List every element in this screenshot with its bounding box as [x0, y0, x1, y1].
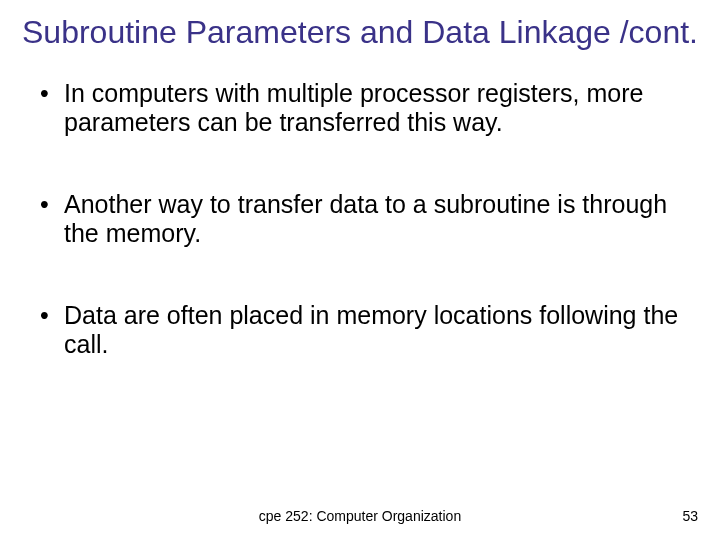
slide-title: Subroutine Parameters and Data Linkage /…	[0, 0, 720, 51]
bullet-item: Data are often placed in memory location…	[34, 301, 686, 360]
bullet-list: In computers with multiple processor reg…	[34, 79, 686, 360]
footer-page-number: 53	[682, 508, 698, 524]
bullet-item: Another way to transfer data to a subrou…	[34, 190, 686, 249]
slide-body: In computers with multiple processor reg…	[0, 51, 720, 360]
footer-course: cpe 252: Computer Organization	[0, 508, 720, 524]
slide: Subroutine Parameters and Data Linkage /…	[0, 0, 720, 540]
bullet-item: In computers with multiple processor reg…	[34, 79, 686, 138]
